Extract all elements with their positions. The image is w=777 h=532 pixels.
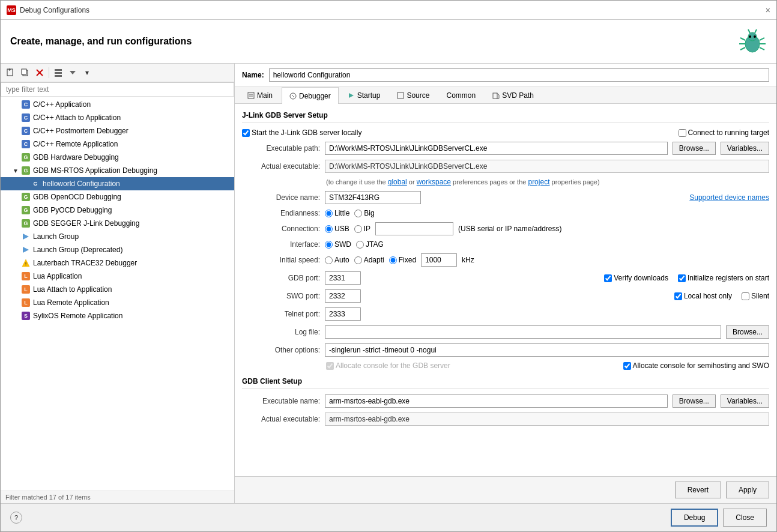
interface-jtag-radio[interactable] [356,241,364,249]
tab-source[interactable]: Source [389,87,437,103]
verify-downloads-checkbox[interactable] [604,274,612,282]
tree-item-gdb-openocd[interactable]: G GDB OpenOCD Debugging [1,190,234,204]
tab-svd-path[interactable]: SVD Path [485,87,542,103]
connection-usb-option[interactable]: USB [325,225,349,233]
tree-item-lua-attach[interactable]: L Lua Attach to Application [1,283,234,296]
tree-item-gdb-msrtos[interactable]: ▼ G GDB MS-RTOS Application Debugging [1,164,234,177]
swo-port-input[interactable] [325,289,361,303]
allocate-console-checkbox-label: Allocate console for the GDB server [326,361,450,370]
init-registers-checkbox-label[interactable]: Initialize registers on start [678,274,769,282]
project-properties-link[interactable]: project [528,178,549,186]
exec-path-variables-button[interactable]: Variables... [721,142,769,155]
verify-downloads-label: Verify downloads [614,274,668,282]
speed-auto-radio[interactable] [325,256,333,264]
tree-item-label: GDB Hardware Debugging [33,153,229,162]
duplicate-button[interactable] [19,66,32,79]
silent-checkbox[interactable] [742,292,749,300]
tree-item-gdb-segger[interactable]: G GDB SEGGER J-Link Debugging [1,217,234,230]
connection-usb-radio[interactable] [325,225,333,233]
speed-fixed-option[interactable]: Fixed [389,256,416,264]
tree-item-lua-app[interactable]: L Lua Application [1,270,234,283]
dropdown-button[interactable]: ▾ [80,66,94,79]
connection-usb-label: USB [334,225,349,233]
help-button[interactable]: ? [10,512,22,524]
tree-item-cpp-app[interactable]: C C/C++ Application [1,98,234,111]
telnet-port-input[interactable] [325,307,361,321]
silent-checkbox-label[interactable]: Silent [742,292,769,300]
tab-startup[interactable]: Startup [340,87,388,103]
exec-name-browse-button[interactable]: Browse... [673,394,716,408]
tree-item-launch-group-dep[interactable]: Launch Group (Deprecated) [1,243,234,256]
other-options-input[interactable] [325,343,769,357]
endianness-big-radio[interactable] [354,210,362,217]
debug-button[interactable]: Debug [671,509,718,527]
connection-ip-option[interactable]: IP [354,225,370,233]
tree-item-lua-remote[interactable]: L Lua Remote Application [1,296,234,309]
global-preferences-link[interactable]: global [388,178,407,186]
tree-item-cpp-postmortem[interactable]: C C/C++ Postmortem Debugger [1,124,234,138]
verify-downloads-checkbox-label[interactable]: Verify downloads [604,274,668,282]
tab-common[interactable]: Common [438,87,483,103]
device-name-input[interactable] [325,191,421,204]
bottom-bar: Revert Apply [235,476,776,503]
tree-item-sylix[interactable]: S SylixOS Remote Application [1,309,234,322]
workspace-preferences-link[interactable]: workspace [417,178,451,186]
exec-path-browse-button[interactable]: Browse... [673,142,716,155]
gdb-port-input[interactable] [325,271,361,285]
endianness-little-option[interactable]: Little [325,209,349,217]
allocate-semihosting-checkbox-label[interactable]: Allocate console for semihosting and SWO [623,361,769,370]
init-registers-checkbox[interactable] [678,274,686,282]
apply-button[interactable]: Apply [726,482,769,498]
log-file-input[interactable] [325,325,721,339]
speed-adapti-radio[interactable] [354,256,362,264]
expand-all-button[interactable] [66,66,79,79]
start-server-checkbox[interactable] [242,129,250,137]
close-dialog-button[interactable]: Close [723,509,767,527]
connect-target-checkbox[interactable] [679,129,686,137]
gdb-port-label: GDB port: [242,274,320,282]
tab-main[interactable]: Main [240,87,280,103]
exec-name-variables-button[interactable]: Variables... [721,394,769,408]
tree-item-lauterbach[interactable]: ! Lauterbach TRACE32 Debugger [1,256,234,270]
revert-button[interactable]: Revert [675,482,721,498]
supported-devices-link[interactable]: Supported device names [689,193,769,202]
interface-swd-radio[interactable] [325,241,333,249]
endianness-big-option[interactable]: Big [354,209,374,217]
new-config-button[interactable] [4,66,17,79]
left-panel: ▾ C C/C++ Application C C/C++ Attach to … [1,64,235,503]
config-name-input[interactable] [269,68,769,82]
tree-item-cpp-remote[interactable]: C C/C++ Remote Application [1,138,234,151]
allocate-semihosting-checkbox[interactable] [623,362,631,370]
filter-input[interactable] [1,82,234,97]
speed-fixed-radio[interactable] [389,256,397,264]
local-host-checkbox[interactable] [674,292,682,300]
tree-item-launch-group[interactable]: Launch Group [1,230,234,243]
init-registers-label: Initialize registers on start [688,274,769,282]
interface-swd-option[interactable]: SWD [325,240,351,249]
window-close-button[interactable]: × [766,5,770,15]
speed-value-input[interactable] [421,253,457,267]
tab-source-label: Source [407,91,429,100]
local-host-checkbox-label[interactable]: Local host only [674,292,732,300]
connect-target-checkbox-label[interactable]: Connect to running target [679,128,769,137]
svg-rect-16 [22,69,26,74]
interface-jtag-option[interactable]: JTAG [356,240,384,249]
tab-debugger[interactable]: Debugger [282,87,339,104]
connection-ip-input[interactable] [375,222,453,235]
log-file-browse-button[interactable]: Browse... [726,325,769,339]
name-row: Name: [235,64,776,87]
speed-adapti-option[interactable]: Adapti [354,256,384,264]
tree-item-helloworld[interactable]: G helloworld Configuration [1,177,234,190]
tree-item-gdb-pyocd[interactable]: G GDB PyOCD Debugging [1,204,234,217]
tree-item-cpp-attach[interactable]: C C/C++ Attach to Application [1,111,234,124]
tree-item-gdb-hardware[interactable]: G GDB Hardware Debugging [1,151,234,164]
executable-path-input[interactable] [325,142,668,155]
exec-name-input[interactable] [325,394,668,408]
endianness-little-radio[interactable] [325,210,333,217]
delete-button[interactable] [33,66,46,79]
connection-ip-radio[interactable] [354,225,362,233]
speed-auto-option[interactable]: Auto [325,256,349,264]
collapse-all-button[interactable] [52,66,65,79]
start-server-checkbox-label[interactable]: Start the J-Link GDB server locally [242,128,361,137]
connection-ip-label: IP [364,225,370,233]
